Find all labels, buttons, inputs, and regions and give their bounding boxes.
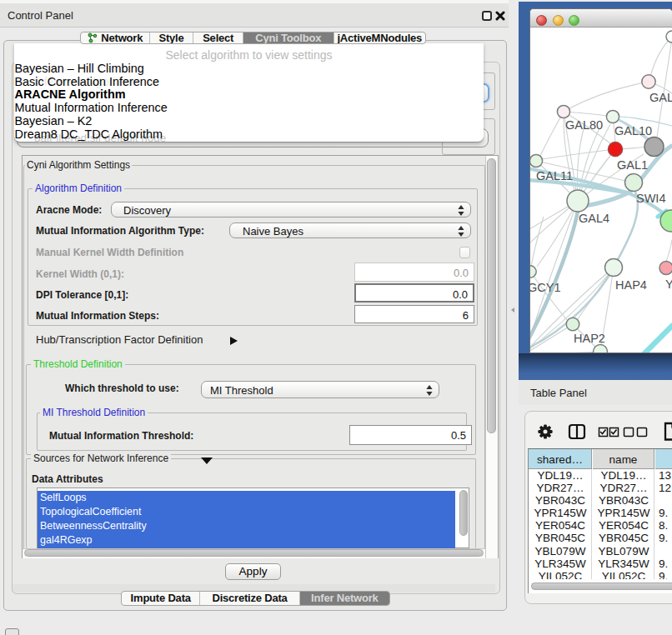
svg-text:GCY1: GCY1 <box>530 281 561 294</box>
svg-text:GAL4: GAL4 <box>579 212 609 225</box>
svg-text:HAP4: HAP4 <box>615 278 647 292</box>
svg-text:SWI4: SWI4 <box>636 192 665 205</box>
svg-text:GAL80: GAL80 <box>565 118 603 132</box>
svg-text:Y: Y <box>665 278 672 291</box>
svg-text:GAL10: GAL10 <box>614 124 652 138</box>
svg-text:HAP2: HAP2 <box>574 332 605 345</box>
svg-text:GAL11: GAL11 <box>536 169 573 182</box>
svg-text:GAL: GAL <box>649 91 672 104</box>
svg-text:GAL1: GAL1 <box>617 158 648 172</box>
